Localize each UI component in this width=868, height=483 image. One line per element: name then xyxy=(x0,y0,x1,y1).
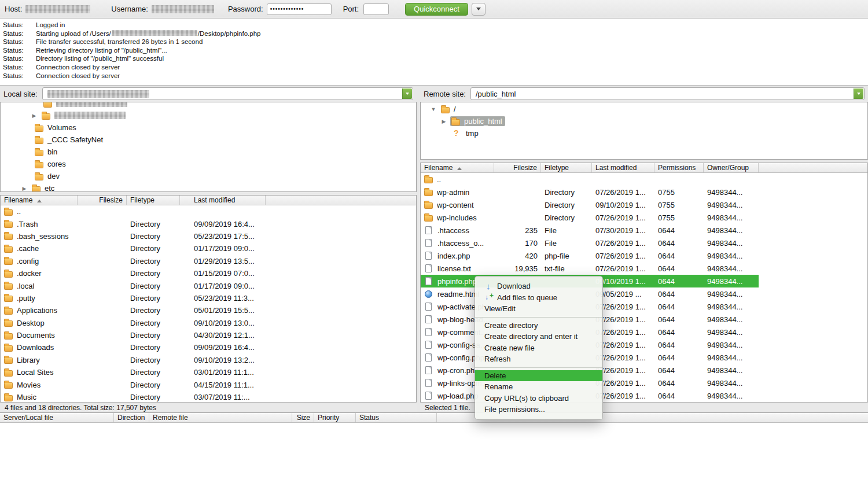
menu-item[interactable]: Delete xyxy=(475,370,602,382)
menu-item[interactable]: Create new file xyxy=(475,342,602,354)
menu-item[interactable]: View/Edit xyxy=(475,303,602,315)
filezilla-window: Host: Username: Password: Port: Quickcon… xyxy=(0,0,868,483)
tree-item[interactable]: cores xyxy=(1,158,416,170)
folder-icon xyxy=(35,150,43,156)
column-header[interactable]: Filename xyxy=(1,196,78,205)
menu-item[interactable]: Download xyxy=(475,281,602,292)
file-row[interactable]: .Trash Directory 09/09/2019 16:4... xyxy=(1,217,416,230)
chevron-down-icon[interactable] xyxy=(854,89,863,99)
sort-ascending-icon xyxy=(457,167,462,170)
file-row[interactable]: .local Directory 01/17/2019 09:0... xyxy=(1,279,416,292)
php-icon xyxy=(425,379,432,387)
file-row[interactable]: Local Sites Directory 03/01/2019 11:1... xyxy=(1,366,416,378)
tree-item[interactable]: / xyxy=(421,103,867,115)
menu-separator xyxy=(475,317,602,318)
file-row[interactable]: index.php 420 php-file 07/26/2019 1... 0… xyxy=(421,249,759,262)
column-header[interactable]: Owner/Group xyxy=(704,163,759,172)
column-header[interactable]: Filename xyxy=(421,163,494,172)
column-header[interactable]: Remote file xyxy=(149,413,292,422)
file-row[interactable]: .config Directory 01/29/2019 13:5... xyxy=(1,255,416,267)
file-row[interactable]: .docker Directory 01/15/2019 07:0... xyxy=(1,267,416,279)
menu-item[interactable]: Create directory xyxy=(475,320,602,331)
host-input[interactable] xyxy=(25,5,90,13)
tree-item[interactable]: etc xyxy=(1,182,416,192)
file-icon xyxy=(425,226,432,234)
folder-icon xyxy=(35,138,43,144)
folder-icon xyxy=(4,308,13,315)
column-header[interactable]: Last modified xyxy=(180,196,266,205)
file-row[interactable]: wp-content Directory 09/10/2019 1... 075… xyxy=(421,198,759,211)
html-icon xyxy=(425,290,432,298)
port-label: Port: xyxy=(343,5,359,13)
file-row[interactable]: Music Directory 03/07/2019 11:... xyxy=(1,391,416,402)
remote-site-combobox[interactable]: /public_html xyxy=(470,87,865,100)
column-header[interactable]: Permissions xyxy=(654,163,704,172)
tree-item[interactable]: dev xyxy=(1,170,416,182)
folder-icon xyxy=(4,209,13,216)
column-header[interactable]: Size xyxy=(292,413,314,422)
column-header[interactable]: Filetype xyxy=(541,163,592,172)
folder-icon xyxy=(4,222,13,228)
tree-item[interactable]: _CCC SafetyNet xyxy=(1,134,416,146)
file-row[interactable]: wp-admin Directory 07/26/2019 1... 0755 … xyxy=(421,186,759,198)
menu-item[interactable]: Add files to queue xyxy=(475,292,602,304)
folder-icon xyxy=(4,271,13,278)
tree-item[interactable]: bin xyxy=(1,146,416,158)
menu-item[interactable]: Refresh xyxy=(475,353,602,365)
port-input[interactable] xyxy=(363,3,389,15)
tree-item[interactable] xyxy=(1,102,416,109)
file-row[interactable]: .putty Directory 05/23/2019 11:3... xyxy=(1,292,416,304)
file-row[interactable]: Desktop Directory 09/10/2019 13:0... xyxy=(1,317,416,329)
disclosure-arrow-icon[interactable] xyxy=(440,119,447,124)
file-row[interactable]: .. xyxy=(421,173,759,186)
column-header[interactable]: Server/Local file xyxy=(0,413,114,422)
menu-item[interactable]: Rename xyxy=(475,381,602,393)
file-row[interactable]: .. xyxy=(1,205,416,217)
folder-icon xyxy=(4,234,13,240)
column-header[interactable]: Priority xyxy=(314,413,356,422)
file-row[interactable]: .bash_sessions Directory 05/23/2019 17:5… xyxy=(1,230,416,242)
disclosure-arrow-icon[interactable] xyxy=(430,106,437,112)
tree-item[interactable]: public_html xyxy=(421,115,867,127)
column-header[interactable]: Status xyxy=(356,413,437,422)
file-row[interactable]: .htaccess_o... 170 File 07/26/2019 1... … xyxy=(421,237,759,249)
file-row[interactable]: .cache Directory 01/17/2019 09:0... xyxy=(1,242,416,255)
folder-icon xyxy=(4,259,13,265)
quickconnect-dropdown-button[interactable] xyxy=(472,3,486,16)
file-row[interactable]: Library Directory 09/10/2019 13:2... xyxy=(1,354,416,366)
file-row[interactable]: .htaccess 235 File 07/30/2019 1... 0644 … xyxy=(421,224,759,237)
column-header[interactable]: Direction xyxy=(114,413,149,422)
column-header[interactable]: Last modified xyxy=(592,163,654,172)
column-header[interactable]: Filesize xyxy=(494,163,541,172)
chevron-down-icon[interactable] xyxy=(402,89,412,99)
password-input[interactable] xyxy=(267,3,332,15)
file-row[interactable]: Movies Directory 04/15/2019 11:1... xyxy=(1,378,416,390)
column-header[interactable]: Filesize xyxy=(78,196,127,205)
menu-item[interactable]: File permissions... xyxy=(475,404,602,415)
file-row[interactable]: wp-includes Directory 07/26/2019 1... 07… xyxy=(421,211,759,224)
folder-icon xyxy=(4,357,13,364)
remote-site-bar: Remote site: /public_html xyxy=(420,86,868,102)
file-row[interactable]: Applications Directory 05/01/2019 15:5..… xyxy=(1,304,416,316)
menu-item[interactable]: Create directory and enter it xyxy=(475,331,602,342)
tree-item[interactable]: tmp xyxy=(421,127,867,139)
folder-icon xyxy=(424,190,433,196)
status-log-line: Status: File transfer successful, transf… xyxy=(0,38,868,46)
menu-item[interactable]: Copy URL(s) to clipboard xyxy=(475,393,602,404)
disclosure-arrow-icon[interactable] xyxy=(31,113,38,119)
local-site-combobox[interactable] xyxy=(42,87,413,100)
quickconnect-button[interactable]: Quickconnect xyxy=(405,3,468,16)
password-label: Password: xyxy=(228,5,263,13)
folder-icon xyxy=(451,119,460,126)
column-header[interactable]: Filetype xyxy=(127,196,180,205)
download-icon xyxy=(484,282,494,291)
tree-item[interactable] xyxy=(1,109,416,121)
chevron-down-icon xyxy=(476,8,481,10)
disclosure-arrow-icon[interactable] xyxy=(21,186,28,191)
add-queue-icon xyxy=(484,293,494,302)
tree-item[interactable]: Volumes xyxy=(1,121,416,134)
file-row[interactable]: license.txt 19,935 txt-file 07/26/2019 1… xyxy=(421,262,759,275)
file-row[interactable]: Downloads Directory 09/09/2019 16:4... xyxy=(1,341,416,353)
username-input[interactable] xyxy=(152,5,214,13)
file-row[interactable]: Documents Directory 04/30/2019 12:1... xyxy=(1,329,416,341)
